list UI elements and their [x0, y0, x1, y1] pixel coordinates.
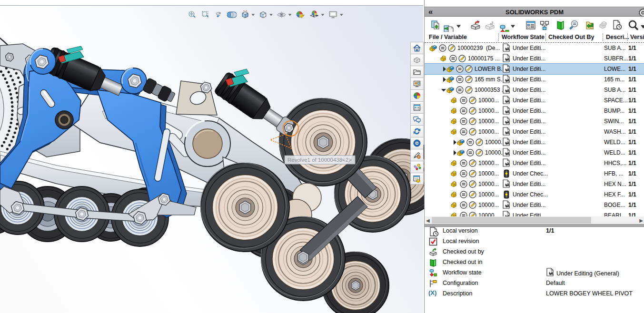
svg-text:Revolve1 of 10000438<2>: Revolve1 of 10000438<2>: [287, 157, 352, 163]
